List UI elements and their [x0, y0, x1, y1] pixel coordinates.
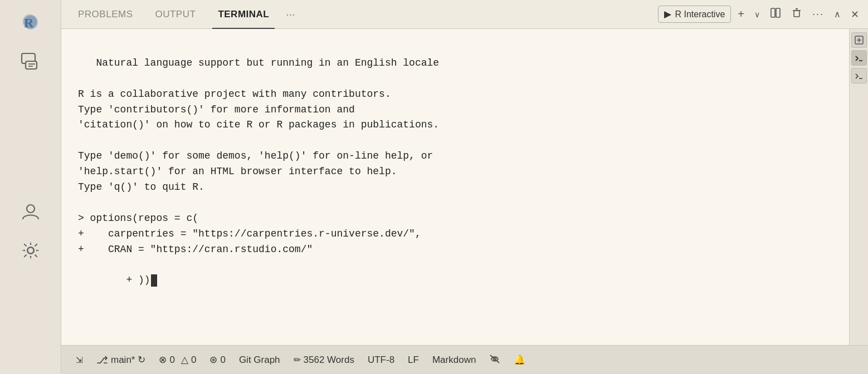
main-panel: PROBLEMS OUTPUT TERMINAL ··· ▶︎ R Intera…: [61, 0, 868, 374]
line-ending-status[interactable]: LF: [401, 355, 426, 366]
terminal-type-icon-2[interactable]: [851, 68, 867, 83]
warnings-count: 0: [191, 355, 196, 366]
svg-point-9: [27, 248, 33, 254]
split-icon: [770, 7, 781, 21]
terminal-line: Type 'q()' to quit R.: [78, 180, 846, 195]
svg-rect-12: [794, 11, 799, 17]
person-icon[interactable]: [14, 195, 47, 228]
terminal-line: [78, 71, 846, 87]
terminal-content[interactable]: Natural language support but running in …: [61, 29, 868, 345]
terminal-icon: ▶︎: [664, 8, 671, 20]
collapse-panel-button[interactable]: ∧: [831, 7, 844, 22]
svg-rect-11: [776, 8, 780, 17]
terminal-line: [78, 133, 846, 149]
svg-rect-10: [771, 8, 775, 17]
terminal-line: R is a collaborative project with many c…: [78, 87, 846, 102]
chevron-down-icon: ∨: [754, 10, 760, 19]
svg-text:R: R: [24, 16, 34, 30]
signal-icon: ⊛: [209, 354, 217, 366]
sidebar: R: [0, 0, 61, 374]
terminal-line: 'citation()' on how to cite R or R packa…: [78, 117, 846, 133]
no-preview-icon: [489, 354, 500, 366]
branch-status[interactable]: ⎇ main* ↻: [90, 354, 152, 366]
delete-terminal-button[interactable]: [788, 5, 806, 23]
tab-actions: ▶︎ R Interactive + ∨: [658, 5, 862, 23]
bell-icon: 🔔: [514, 354, 525, 366]
terminal-line: Natural language support but running in …: [78, 56, 846, 71]
language-status[interactable]: Markdown: [426, 355, 482, 366]
tab-output-label: OUTPUT: [155, 9, 196, 20]
expand-icon: ⇲: [76, 355, 83, 365]
signal-count: 0: [220, 355, 225, 366]
add-terminal-button[interactable]: +: [734, 6, 748, 23]
warnings-icon: △: [181, 354, 188, 366]
new-terminal-icon-1[interactable]: [851, 32, 867, 48]
encoding-label: UTF-8: [368, 355, 394, 366]
branch-icon: ⎇: [96, 354, 108, 366]
status-bar: ⇲ ⎇ main* ↻ ⊗ 0 △ 0 ⊛ 0 Git Graph ✏ 3562…: [61, 345, 868, 374]
terminal-line: [78, 40, 846, 56]
terminal-line: 'help.start()' for an HTML browser inter…: [78, 164, 846, 180]
gear-icon[interactable]: [14, 234, 47, 267]
signal-status[interactable]: ⊛ 0: [203, 354, 232, 366]
close-icon: ✕: [851, 8, 859, 21]
scrollbar-panel: [849, 29, 868, 345]
chat-icon[interactable]: [14, 45, 47, 78]
errors-icon: ⊗: [159, 354, 167, 366]
more-icon: ···: [812, 8, 824, 20]
close-panel-button[interactable]: ✕: [847, 6, 862, 23]
terminal-line: Type 'demo()' for some demos, 'help()' f…: [78, 149, 846, 164]
r-interactive-button[interactable]: ▶︎ R Interactive: [658, 6, 731, 23]
tab-bar: PROBLEMS OUTPUT TERMINAL ··· ▶︎ R Intera…: [61, 0, 868, 29]
terminal-line: + carpentries = "https://carpentries.r-u…: [78, 227, 846, 242]
git-graph-status[interactable]: Git Graph: [232, 355, 287, 366]
terminal-line: + CRAN = "https://cran.rstudio.com/": [78, 242, 846, 258]
refresh-icon: ↻: [138, 354, 145, 366]
more-actions-button[interactable]: ···: [809, 6, 827, 22]
tab-problems-label: PROBLEMS: [78, 9, 133, 20]
line-ending-label: LF: [408, 355, 419, 366]
split-terminal-button[interactable]: [767, 5, 784, 23]
tab-problems[interactable]: PROBLEMS: [67, 0, 144, 29]
tab-more-button[interactable]: ···: [280, 8, 301, 21]
r-logo-icon[interactable]: R: [14, 6, 47, 39]
terminal-line: [78, 195, 846, 211]
terminal-cursor: [151, 274, 157, 287]
tab-output[interactable]: OUTPUT: [144, 0, 207, 29]
words-status[interactable]: ✏ 3562 Words: [287, 355, 361, 366]
svg-point-7: [27, 205, 35, 213]
language-label: Markdown: [432, 355, 476, 366]
add-icon: +: [738, 8, 744, 21]
terminal-type-icon-1[interactable]: [851, 50, 867, 66]
errors-count: 0: [169, 355, 174, 366]
git-graph-label: Git Graph: [239, 355, 280, 366]
chevron-down-button[interactable]: ∨: [751, 8, 763, 21]
terminal-line: > options(repos = c(: [78, 211, 846, 227]
tab-terminal[interactable]: TERMINAL: [207, 0, 280, 29]
terminal-line: Type 'contributors()' for more informati…: [78, 102, 846, 118]
expand-status-button[interactable]: ⇲: [69, 355, 90, 365]
chevron-up-icon: ∧: [834, 9, 841, 19]
no-preview-status[interactable]: [482, 354, 507, 366]
bell-status[interactable]: 🔔: [507, 354, 532, 366]
words-label: 3562 Words: [304, 355, 354, 366]
branch-name: main*: [111, 355, 135, 366]
encoding-status[interactable]: UTF-8: [361, 355, 401, 366]
svg-rect-4: [26, 61, 37, 69]
pencil-icon: ✏: [294, 355, 301, 365]
trash-icon: [791, 7, 802, 21]
tab-terminal-label: TERMINAL: [218, 9, 269, 20]
terminal-last-line: + )): [78, 257, 846, 304]
errors-status[interactable]: ⊗ 0 △ 0: [152, 354, 203, 366]
r-interactive-label: R Interactive: [675, 9, 725, 19]
